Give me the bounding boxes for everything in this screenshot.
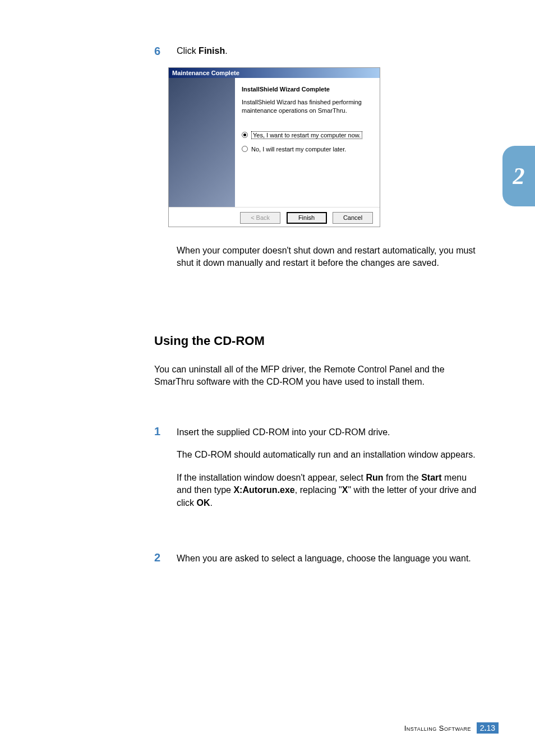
- maintenance-complete-dialog: Maintenance Complete InstallShield Wizar…: [168, 67, 380, 227]
- footer-page-badge: 2.13: [477, 722, 499, 734]
- dialog-footer: < Back Finish Cancel: [169, 207, 380, 228]
- step1-p1: Insert the supplied CD-ROM into your CD-…: [177, 426, 479, 439]
- cancel-button[interactable]: Cancel: [333, 212, 373, 224]
- step-number-2: 2: [154, 551, 160, 564]
- step1-p3: If the installation window doesn't appea…: [177, 472, 479, 509]
- step1-p3k: .: [210, 498, 213, 508]
- step1-p3c: from the: [384, 473, 422, 482]
- step1-p3g: , replacing ": [295, 485, 342, 495]
- step2-text: When you are asked to select a language,…: [177, 552, 479, 565]
- step6-instruction: Click Finish.: [177, 46, 228, 56]
- radio-restart-now[interactable]: Yes, I want to restart my computer now.: [242, 131, 373, 139]
- dialog-sidebar-image: [169, 78, 235, 207]
- radio-restart-now-label: Yes, I want to restart my computer now.: [251, 131, 362, 139]
- section-intro-paragraph: You can uninstall all of the MFP driver,…: [154, 363, 482, 389]
- radio-restart-later-label: No, I will restart my computer later.: [251, 146, 346, 153]
- step6-period: .: [225, 46, 227, 56]
- step1-autorun-bold: X:Autorun.exe: [233, 485, 294, 495]
- radio-selected-icon: [242, 132, 248, 138]
- radio-restart-later[interactable]: No, I will restart my computer later.: [242, 146, 373, 153]
- finish-button[interactable]: Finish: [287, 212, 327, 224]
- page-footer: Installing Software 2.13: [404, 722, 499, 734]
- step1-p3a: If the installation window doesn't appea…: [177, 473, 366, 482]
- step6-finish: Finish: [199, 46, 225, 56]
- chapter-tab: 2: [502, 146, 535, 206]
- step1-run-bold: Run: [366, 473, 383, 482]
- dialog-body: InstallShield Wizard Complete InstallShi…: [169, 78, 380, 207]
- footer-page-chapter: 2: [480, 723, 485, 732]
- restart-note-paragraph: When your computer doesn't shut down and…: [177, 245, 479, 270]
- step6-click: Click: [177, 46, 199, 56]
- section-heading-using-cdrom: Using the CD-ROM: [154, 334, 265, 348]
- footer-section-label: Installing Software: [404, 724, 471, 732]
- step1-x-bold: X: [342, 485, 348, 495]
- step-number-1: 1: [154, 425, 160, 438]
- step1-p2: The CD-ROM should automatically run and …: [177, 449, 479, 461]
- step-number-6: 6: [154, 45, 160, 58]
- step1-ok-bold: OK: [197, 498, 210, 508]
- step1-start-bold: Start: [421, 473, 441, 482]
- dialog-heading: InstallShield Wizard Complete: [242, 86, 373, 93]
- dialog-paragraph: InstallShield Wizard has finished perfor…: [242, 98, 373, 116]
- footer-page-num: 13: [486, 723, 495, 732]
- dialog-title: Maintenance Complete: [169, 68, 380, 78]
- dialog-main: InstallShield Wizard Complete InstallShi…: [235, 78, 380, 207]
- radio-unselected-icon: [242, 146, 248, 152]
- step1-block: Insert the supplied CD-ROM into your CD-…: [177, 426, 479, 519]
- back-button: < Back: [240, 212, 280, 224]
